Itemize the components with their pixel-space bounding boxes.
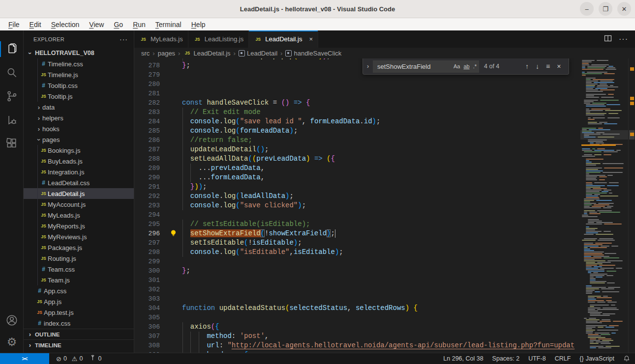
line-number[interactable]: 307 [134,332,160,341]
breadcrumb-item-leaddetail.js[interactable]: JSLeadDetail.js [183,50,230,57]
code-editor[interactable]: 2772782792802812822832842852862872882892… [134,58,635,353]
code-line[interactable]: console.log("isEditable",isEditable); [182,248,580,257]
more-actions-icon[interactable]: ··· [619,35,628,44]
sidebar-item-leaddetail-css[interactable]: #LeadDetail.css [24,177,134,188]
lightbulb-icon[interactable] [170,229,178,238]
line-number[interactable]: 279 [134,70,160,80]
sidebar-item-helpers[interactable]: ›helpers [24,112,134,123]
scrollbar[interactable] [628,58,635,353]
whole-word-icon[interactable]: ab [463,63,469,69]
code-line[interactable]: ...formLeadData, [182,173,580,182]
line-number[interactable]: 303 [134,294,160,304]
ports-indicator[interactable]: 0 [90,355,101,363]
line-number[interactable]: 281 [134,89,160,98]
line-number[interactable]: 299 [134,257,160,266]
sidebar-item-timeline-css[interactable]: #Timeline.css [24,58,134,69]
sidebar-item-myaccount-js[interactable]: JSMyAccount.js [24,199,134,210]
code-line[interactable] [182,257,580,266]
code-line[interactable]: console.log(formLeadData); [182,126,580,136]
status-cursor-position[interactable]: Ln 296, Col 38 [443,355,483,362]
menu-item-file[interactable]: File [4,20,24,29]
menu-item-help[interactable]: Help [187,20,210,29]
minimap[interactable] [580,58,628,353]
breadcrumb-item-handlesaveclick[interactable]: handleSaveClick [285,50,341,57]
code-line[interactable]: ...prevLeadData, [182,164,580,173]
line-number[interactable]: 301 [134,276,160,285]
toggle-replace-chevron-icon[interactable]: › [363,63,373,70]
code-line[interactable]: // setIsEditable(isEditable); [182,220,580,229]
code-line[interactable]: //return false; [182,136,580,145]
notifications-bell-icon[interactable] [623,355,630,362]
tab-myleads-js[interactable]: JSMyLeads.js [134,30,188,48]
breadcrumb-item-leaddetail[interactable]: LeadDetail [239,50,277,57]
sidebar-item-hooks[interactable]: ›hooks [24,123,134,134]
code-line[interactable]: const handleSaveClick = () => { [182,98,580,108]
menu-item-terminal[interactable]: Terminal [151,20,186,29]
code-line[interactable] [182,285,580,294]
line-number[interactable]: 285 [134,126,160,136]
settings-gear-icon[interactable]: ⚙ [0,330,24,354]
restore-icon[interactable]: ❐ [599,2,612,16]
sidebar-item-integration-js[interactable]: JSIntegration.js [24,167,134,177]
status-encoding[interactable]: UTF-8 [528,355,545,362]
code-line[interactable] [182,210,580,220]
sidebar-item-app-js[interactable]: JSApp.js [24,296,134,307]
code-line[interactable] [182,80,580,89]
line-number[interactable]: 284 [134,117,160,126]
breadcrumb-item-pages[interactable]: pages [158,50,175,57]
match-case-icon[interactable]: Aa [454,63,460,69]
breadcrumb-item-src[interactable]: src [141,50,150,57]
workspace-root-folder[interactable]: › HELLOTRAVEL_V08 [24,48,134,58]
line-number[interactable]: 305 [134,313,160,322]
sidebar-item-myreviews-js[interactable]: JSMyReviews.js [24,231,134,242]
problems-indicator[interactable]: ⊘ 0 ⚠ 0 [56,355,83,363]
menu-item-edit[interactable]: Edit [25,20,46,29]
line-number[interactable]: 306 [134,322,160,332]
tab-leadlisting-js[interactable]: JSLeadListing.js [188,30,249,48]
sidebar-item-app-css[interactable]: #App.css [24,285,134,296]
sidebar-item-routing-js[interactable]: JSRouting.js [24,253,134,264]
sidebar-item-tooltip-css[interactable]: #Tooltip.css [24,80,134,91]
code-line[interactable]: updateLeadDetail(); [182,145,580,154]
line-number[interactable]: 297 [134,238,160,248]
line-number[interactable]: 291 [134,182,160,192]
sidebar-item-buyleads-js[interactable]: JSBuyLeads.js [24,156,134,167]
sidebar-item-pages[interactable]: ›pages [24,134,134,145]
sidebar-item-timeline-js[interactable]: JSTimeline.js [24,69,134,80]
run-debug-icon[interactable] [0,108,24,132]
sidebar-item-bookings-js[interactable]: JSBookings.js [24,145,134,156]
line-number[interactable]: 298 [134,248,160,257]
sidebar-item-packages-js[interactable]: JSPackages.js [24,242,134,253]
source-control-icon[interactable] [0,84,24,108]
sidebar-item-leaddetail-js[interactable]: JSLeadDetail.js [24,188,134,199]
code-line[interactable] [182,276,580,285]
search-icon[interactable] [0,61,24,84]
sidebar-section-timeline[interactable]: ›TIMELINE [24,339,134,350]
code-line[interactable]: })); [182,182,580,192]
line-number[interactable]: 287 [134,145,160,154]
close-icon[interactable]: ✕ [617,2,631,16]
code-line[interactable] [182,313,580,322]
remote-indicator[interactable]: >< [0,353,49,364]
code-line[interactable]: setShowExtraField(!showExtraField); [182,229,580,238]
line-number[interactable]: 302 [134,285,160,294]
code-line[interactable]: axios({ [182,322,580,332]
code-line[interactable]: function updateleadStatus(selectedStatus… [182,304,580,313]
account-icon[interactable] [0,308,24,332]
line-number[interactable]: 294 [134,210,160,220]
line-number[interactable]: 290 [134,173,160,182]
line-number[interactable]: 286 [134,136,160,145]
code-line[interactable]: console.log("save lead id ", formLeadDat… [182,117,580,126]
line-number[interactable]: 295 [134,220,160,229]
line-number[interactable]: 300 [134,266,160,276]
menu-item-go[interactable]: Go [109,20,127,29]
sidebar-item-app-test-js[interactable]: JSApp.test.js [24,307,134,318]
code-line[interactable]: setIsEditable(!isEditable); [182,238,580,248]
sidebar-item-myleads-js[interactable]: JSMyLeads.js [24,210,134,221]
explorer-more-actions-icon[interactable]: ··· [120,35,128,43]
status-language-mode[interactable]: {}JavaScript [579,355,614,362]
line-number[interactable]: 293 [134,201,160,210]
find-input[interactable]: setShowExtraField Aa ab .* [373,60,479,73]
code-line[interactable]: console.log(leadAllData); [182,192,580,201]
sidebar-item-index-css[interactable]: #index.css [24,318,134,329]
